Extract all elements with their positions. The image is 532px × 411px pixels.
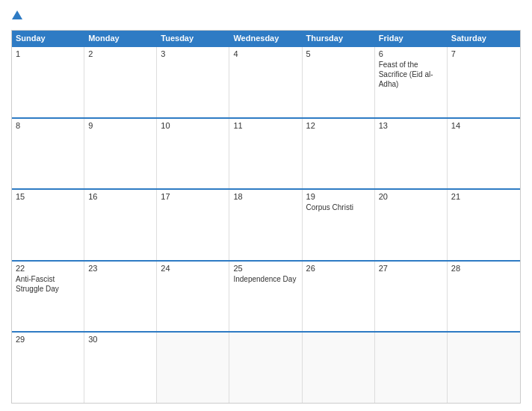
day-number: 22 xyxy=(16,264,80,273)
calendar-header-cell: Wednesday xyxy=(229,31,302,46)
day-number: 20 xyxy=(379,192,443,201)
calendar-cell: 15 xyxy=(12,190,84,260)
day-number: 2 xyxy=(88,49,152,58)
day-number: 3 xyxy=(161,49,225,58)
day-number: 11 xyxy=(233,121,297,130)
calendar-header-cell: Saturday xyxy=(448,31,520,46)
calendar-cell: 1 xyxy=(12,47,84,117)
day-number: 17 xyxy=(161,192,225,201)
day-number: 21 xyxy=(451,192,516,201)
day-number: 28 xyxy=(451,264,516,273)
day-number: 5 xyxy=(306,49,371,58)
calendar-event: Anti-Fascist Struggle Day xyxy=(16,274,80,294)
day-number: 9 xyxy=(88,121,152,130)
calendar-cell: 13 xyxy=(375,119,448,189)
calendar-cell: 17 xyxy=(157,190,229,260)
day-number: 18 xyxy=(233,192,297,201)
calendar-week: 123456Feast of the Sacrifice (Eid al-Adh… xyxy=(12,46,520,117)
calendar-header-cell: Sunday xyxy=(12,31,84,46)
day-number: 16 xyxy=(88,192,152,201)
logo-line1 xyxy=(11,10,22,21)
calendar-cell: 21 xyxy=(448,190,520,260)
calendar-event: Feast of the Sacrifice (Eid al-Adha) xyxy=(379,60,443,89)
calendar-cell: 25Independence Day xyxy=(229,262,302,332)
calendar-cell xyxy=(448,333,520,403)
calendar-cell: 26 xyxy=(303,262,375,332)
calendar-header-cell: Tuesday xyxy=(157,31,229,46)
calendar-event: Corpus Christi xyxy=(306,203,371,212)
calendar-cell: 23 xyxy=(84,262,157,332)
calendar-cell: 16 xyxy=(84,190,157,260)
calendar-cell: 9 xyxy=(84,119,157,189)
header xyxy=(11,7,521,24)
page: SundayMondayTuesdayWednesdayThursdayFrid… xyxy=(0,0,532,411)
calendar-cell: 3 xyxy=(157,47,229,117)
day-number: 27 xyxy=(379,264,443,273)
calendar: SundayMondayTuesdayWednesdayThursdayFrid… xyxy=(11,30,521,404)
calendar-cell: 11 xyxy=(229,119,302,189)
calendar-header-cell: Friday xyxy=(375,31,448,46)
calendar-week: 1516171819Corpus Christi2021 xyxy=(12,188,520,260)
calendar-week: 22Anti-Fascist Struggle Day232425Indepen… xyxy=(12,260,520,332)
day-number: 7 xyxy=(451,49,516,58)
calendar-cell: 24 xyxy=(157,262,229,332)
calendar-header-cell: Monday xyxy=(84,31,157,46)
calendar-week: 2930 xyxy=(12,331,520,403)
calendar-cell: 5 xyxy=(303,47,375,117)
calendar-cell: 8 xyxy=(12,119,84,189)
day-number: 25 xyxy=(233,264,297,273)
calendar-cell: 22Anti-Fascist Struggle Day xyxy=(12,262,84,332)
day-number: 26 xyxy=(306,264,371,273)
day-number: 19 xyxy=(306,192,371,201)
day-number: 1 xyxy=(16,49,80,58)
day-number: 23 xyxy=(88,264,152,273)
calendar-cell xyxy=(229,333,302,403)
calendar-cell: 20 xyxy=(375,190,448,260)
calendar-cell: 12 xyxy=(303,119,375,189)
calendar-cell: 18 xyxy=(229,190,302,260)
day-number: 4 xyxy=(233,49,297,58)
calendar-cell: 7 xyxy=(448,47,520,117)
calendar-event: Independence Day xyxy=(233,274,297,284)
calendar-cell: 14 xyxy=(448,119,520,189)
calendar-body: 123456Feast of the Sacrifice (Eid al-Adh… xyxy=(12,46,520,403)
logo xyxy=(11,10,22,21)
calendar-header-cell: Thursday xyxy=(303,31,375,46)
logo-wrapper xyxy=(11,10,22,21)
day-number: 10 xyxy=(161,121,225,130)
day-number: 12 xyxy=(306,121,371,130)
calendar-cell: 30 xyxy=(84,333,157,403)
calendar-cell xyxy=(375,333,448,403)
day-number: 13 xyxy=(379,121,443,130)
calendar-week: 891011121314 xyxy=(12,117,520,189)
logo-triangle-icon xyxy=(12,10,22,19)
day-number: 30 xyxy=(88,335,152,344)
calendar-cell: 27 xyxy=(375,262,448,332)
day-number: 8 xyxy=(16,121,80,130)
calendar-cell xyxy=(157,333,229,403)
day-number: 15 xyxy=(16,192,80,201)
calendar-header-row: SundayMondayTuesdayWednesdayThursdayFrid… xyxy=(12,31,520,46)
calendar-cell xyxy=(303,333,375,403)
calendar-cell: 29 xyxy=(12,333,84,403)
calendar-cell: 19Corpus Christi xyxy=(303,190,375,260)
day-number: 29 xyxy=(16,335,80,344)
calendar-cell: 28 xyxy=(448,262,520,332)
calendar-cell: 2 xyxy=(84,47,157,117)
day-number: 24 xyxy=(161,264,225,273)
calendar-cell: 10 xyxy=(157,119,229,189)
calendar-cell: 6Feast of the Sacrifice (Eid al-Adha) xyxy=(375,47,448,117)
day-number: 6 xyxy=(379,49,443,58)
day-number: 14 xyxy=(451,121,516,130)
calendar-cell: 4 xyxy=(229,47,302,117)
